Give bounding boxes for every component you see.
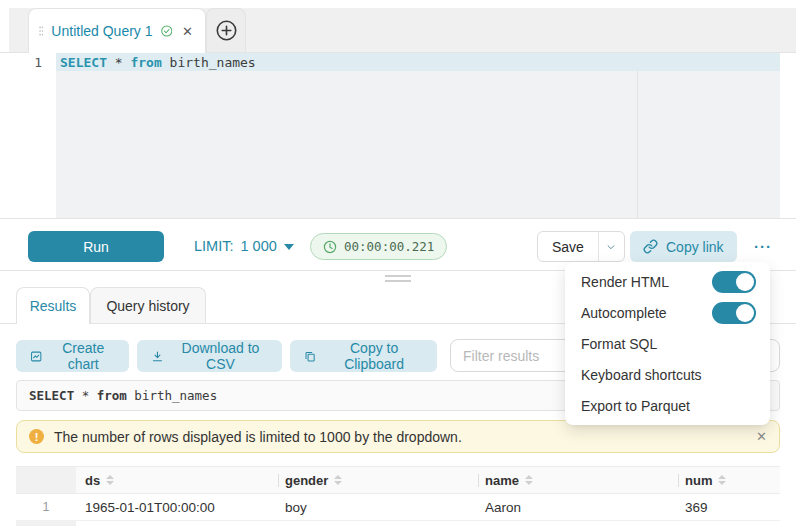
table-row: 1 1965-01-01T00:00:00 boy Aaron 369 (16, 494, 780, 521)
menu-item-label: Render HTML (581, 274, 712, 290)
autocomplete-toggle[interactable] (712, 302, 756, 324)
plus-circle-icon (216, 20, 237, 41)
caret-down-icon (284, 244, 294, 250)
alert-message: The number of rows displayed is limited … (54, 429, 746, 445)
index-column-header (16, 467, 76, 493)
tab-untitled-query[interactable]: Untitled Query 1 ✕ (28, 8, 206, 53)
menu-item-label: Autocomplete (581, 305, 712, 321)
save-button[interactable]: Save (538, 232, 598, 261)
tab-title: Untitled Query 1 (51, 23, 152, 39)
menu-item-label: Export to Parquet (581, 398, 756, 414)
menu-item-export-parquet[interactable]: Export to Parquet (565, 390, 770, 421)
column-resize-handle[interactable] (478, 474, 479, 487)
column-label: num (685, 473, 712, 488)
chevron-down-icon (606, 242, 616, 252)
create-chart-label: Create chart (51, 340, 115, 372)
download-csv-label: Download to CSV (173, 340, 268, 372)
clock-icon (323, 240, 337, 254)
column-header-ds[interactable]: ds (85, 467, 114, 493)
row-index: 1 (16, 494, 76, 520)
tab-results-label: Results (30, 298, 77, 314)
sql-editor[interactable]: 1 SELECT * from birth_names (0, 53, 796, 218)
sql-keyword: from (130, 55, 161, 70)
column-header-num[interactable]: num (685, 467, 726, 493)
sql-code-line[interactable]: SELECT * from birth_names (60, 54, 256, 72)
save-split-button: Save (537, 231, 625, 262)
editor-background (56, 53, 780, 218)
column-header-name[interactable]: name (485, 467, 533, 493)
row-index (16, 521, 76, 526)
download-csv-button[interactable]: Download to CSV (137, 340, 282, 372)
column-resize-handle[interactable] (678, 474, 679, 487)
sort-icon (334, 475, 342, 485)
limit-dropdown[interactable]: LIMIT: 1 000 (194, 238, 294, 254)
menu-item-label: Format SQL (581, 336, 756, 352)
drag-grip-icon[interactable] (39, 24, 43, 38)
editor-gutter: 1 (0, 53, 56, 218)
column-label: name (485, 473, 519, 488)
link-icon (643, 239, 658, 254)
sql-text: birth_names (162, 55, 256, 70)
editor-bottom-divider (0, 218, 796, 219)
sql-keyword: SELECT (29, 388, 74, 403)
check-circle-icon (161, 23, 173, 39)
more-options-button[interactable]: ··· (748, 232, 778, 260)
copy-icon (304, 349, 316, 364)
alert-close-icon[interactable]: ✕ (756, 429, 767, 444)
copy-link-button[interactable]: Copy link (630, 231, 737, 262)
query-timer: 00:00:00.221 (310, 233, 447, 260)
editor-print-margin (637, 53, 638, 218)
more-options-menu: Render HTML Autocomplete Format SQL Keyb… (565, 262, 770, 425)
line-number: 1 (34, 55, 42, 70)
sql-text: * (107, 55, 130, 70)
sql-keyword: SELECT (60, 55, 107, 70)
render-html-toggle[interactable] (712, 271, 756, 293)
run-button[interactable]: Run (28, 231, 164, 262)
cell-ds: 1965-01-01T00:00:00 (85, 494, 215, 520)
copy-clipboard-button[interactable]: Copy to Clipboard (290, 340, 437, 372)
copy-clipboard-label: Copy to Clipboard (325, 340, 423, 372)
table-header-row: ds gender name num (16, 466, 780, 494)
download-icon (151, 349, 164, 364)
chart-icon (30, 349, 42, 364)
limit-label: LIMIT: (194, 238, 233, 254)
close-tab-icon[interactable]: ✕ (182, 24, 193, 39)
menu-item-label: Keyboard shortcuts (581, 367, 756, 383)
column-header-gender[interactable]: gender (285, 467, 342, 493)
column-label: gender (285, 473, 328, 488)
menu-item-keyboard-shortcuts[interactable]: Keyboard shortcuts (565, 359, 770, 390)
tab-results[interactable]: Results (16, 287, 90, 324)
sort-icon (106, 475, 114, 485)
create-chart-button[interactable]: Create chart (16, 340, 129, 372)
tab-query-history[interactable]: Query history (90, 287, 206, 323)
pane-resize-handle[interactable] (385, 275, 411, 285)
new-query-tab-button[interactable] (206, 8, 246, 52)
sort-icon (525, 475, 533, 485)
limit-value: 1 000 (240, 238, 276, 254)
sql-text: birth_names (127, 388, 217, 403)
timer-value: 00:00:00.221 (344, 239, 434, 254)
menu-item-format-sql[interactable]: Format SQL (565, 328, 770, 359)
warning-icon: ! (29, 429, 44, 444)
menu-item-render-html[interactable]: Render HTML (565, 266, 770, 297)
sql-text: * (74, 388, 97, 403)
sql-keyword: from (97, 388, 127, 403)
copy-link-label: Copy link (666, 239, 724, 255)
menu-item-autocomplete[interactable]: Autocomplete (565, 297, 770, 328)
table-row-partial (16, 521, 780, 526)
column-resize-handle[interactable] (278, 474, 279, 487)
column-label: ds (85, 473, 100, 488)
cell-gender: boy (285, 494, 307, 520)
cell-num: 369 (685, 494, 708, 520)
sql-lab-window: Untitled Query 1 ✕ 1 SELECT * from birth… (0, 0, 796, 526)
sort-icon (718, 475, 726, 485)
cell-name: Aaron (485, 494, 521, 520)
save-menu-button[interactable] (598, 232, 624, 261)
tab-query-history-label: Query history (106, 298, 189, 314)
